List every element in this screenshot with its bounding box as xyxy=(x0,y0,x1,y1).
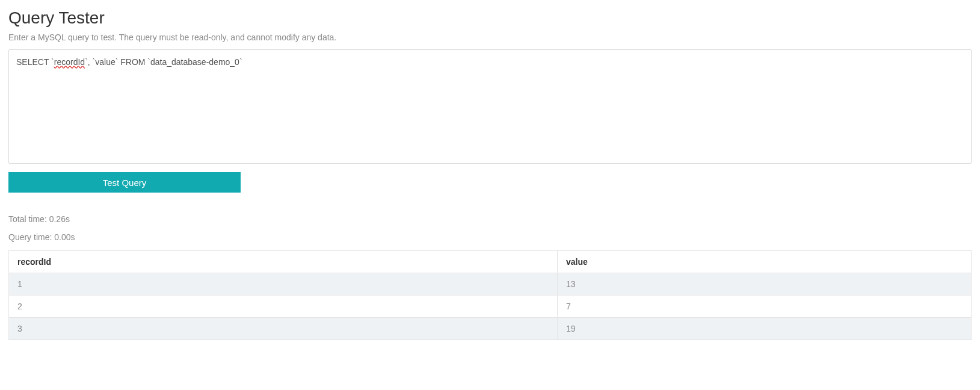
query-time-text: Query time: 0.00s xyxy=(8,232,972,242)
spellcheck-underline: recordId xyxy=(54,57,85,67)
page-title: Query Tester xyxy=(8,8,972,28)
cell-recordid: 3 xyxy=(9,318,558,340)
cell-recordid: 1 xyxy=(9,273,558,296)
cell-value: 7 xyxy=(558,296,972,318)
query-text: SELECT `recordId`, `value` FROM `data_da… xyxy=(16,57,242,67)
table-row: 27 xyxy=(9,296,972,318)
cell-value: 19 xyxy=(558,318,972,340)
test-query-button[interactable]: Test Query xyxy=(8,172,241,193)
table-header-row: recordId value xyxy=(9,251,972,273)
page-subtitle: Enter a MySQL query to test. The query m… xyxy=(8,32,972,42)
cell-recordid: 2 xyxy=(9,296,558,318)
results-table: recordId value 11327319 xyxy=(8,250,972,340)
query-input[interactable]: SELECT `recordId`, `value` FROM `data_da… xyxy=(8,49,972,164)
table-header-value: value xyxy=(558,251,972,273)
table-row: 319 xyxy=(9,318,972,340)
table-row: 113 xyxy=(9,273,972,296)
table-header-recordid: recordId xyxy=(9,251,558,273)
cell-value: 13 xyxy=(558,273,972,296)
total-time-text: Total time: 0.26s xyxy=(8,214,972,224)
